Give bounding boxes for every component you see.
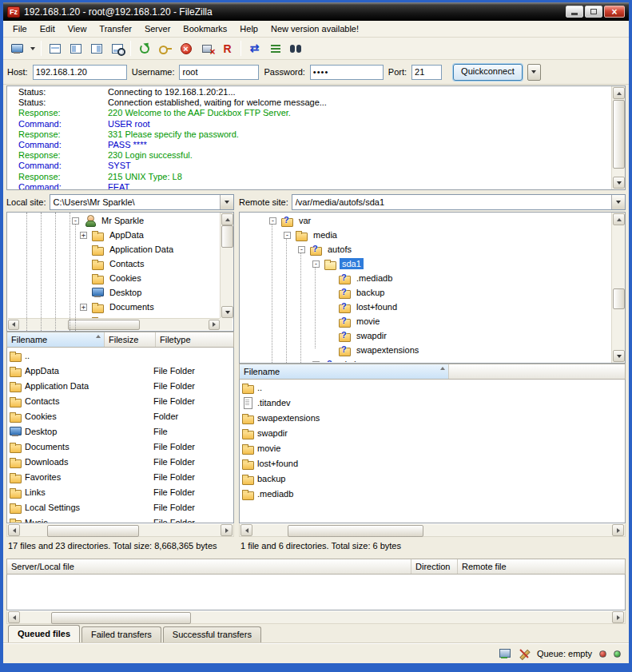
file-row[interactable]: Application Data File Folder bbox=[7, 378, 233, 393]
file-row[interactable]: Local Settings File Folder bbox=[7, 499, 233, 515]
column-header-remote-file[interactable]: Remote file bbox=[458, 559, 625, 574]
scroll-left-button[interactable] bbox=[8, 320, 19, 330]
column-header-filename[interactable]: Filename bbox=[7, 332, 105, 347]
tree-expander-icon[interactable]: - bbox=[298, 246, 305, 253]
scrollbar-thumb[interactable] bbox=[288, 525, 423, 537]
scroll-right-button[interactable] bbox=[209, 320, 220, 330]
minimize-button[interactable] bbox=[566, 6, 583, 18]
scrollbar-thumb[interactable] bbox=[613, 100, 625, 169]
site-manager-dropdown[interactable] bbox=[27, 39, 38, 58]
menu-item[interactable]: Server bbox=[138, 22, 177, 36]
tab-queued-files[interactable]: Queued files bbox=[8, 625, 80, 642]
scroll-up-button[interactable] bbox=[221, 213, 233, 225]
file-row[interactable]: lost+found bbox=[240, 455, 625, 471]
scroll-right-button[interactable] bbox=[221, 524, 233, 536]
local-site-combo[interactable]: C:\Users\Mr Sparkle\ bbox=[50, 194, 234, 210]
remote-list-hscrollbar[interactable] bbox=[239, 523, 626, 537]
file-row[interactable]: Cookies Folder bbox=[7, 408, 233, 423]
scroll-down-button[interactable] bbox=[613, 350, 625, 362]
tree-item[interactable]: + dvd bbox=[240, 357, 610, 362]
file-row[interactable]: Contacts File Folder bbox=[7, 393, 233, 408]
filter-button[interactable] bbox=[155, 39, 175, 58]
toggle-local-tree-button[interactable] bbox=[66, 39, 85, 58]
remote-site-combo[interactable]: /var/media/autofs/sda1 bbox=[292, 194, 626, 210]
scrollbar-thumb[interactable] bbox=[613, 288, 625, 309]
password-input[interactable] bbox=[310, 65, 384, 80]
synchronized-browsing-button[interactable] bbox=[265, 39, 285, 58]
column-header-filesize[interactable]: Filesize bbox=[105, 332, 156, 347]
scrollbar-thumb[interactable] bbox=[221, 225, 233, 248]
tree-expander-icon[interactable]: + bbox=[80, 318, 87, 319]
scroll-down-button[interactable] bbox=[613, 177, 625, 189]
tree-expander-icon[interactable]: + bbox=[80, 232, 87, 239]
remote-site-dropdown[interactable] bbox=[611, 195, 625, 209]
tree-item[interactable]: Application Data bbox=[8, 242, 219, 256]
host-input[interactable] bbox=[33, 65, 127, 80]
tree-item[interactable]: Cookies bbox=[8, 271, 219, 285]
menu-item[interactable]: File bbox=[6, 22, 34, 36]
tree-item[interactable]: - media bbox=[240, 228, 610, 242]
quickconnect-dropdown[interactable] bbox=[527, 64, 541, 81]
file-row[interactable]: .. bbox=[240, 380, 625, 395]
maximize-button[interactable] bbox=[585, 6, 602, 18]
column-header-filename[interactable]: Filename bbox=[240, 364, 449, 379]
toggle-queue-button[interactable] bbox=[107, 39, 127, 58]
scroll-down-button[interactable] bbox=[221, 306, 233, 318]
site-manager-button[interactable] bbox=[6, 39, 26, 58]
cancel-operation-button[interactable] bbox=[176, 39, 196, 58]
tree-item[interactable]: lost+found bbox=[240, 300, 610, 314]
file-row[interactable]: .mediadb bbox=[240, 486, 625, 501]
toggle-remote-tree-button[interactable] bbox=[86, 39, 106, 58]
local-list-hscrollbar[interactable] bbox=[6, 523, 234, 537]
local-tree-hscrollbar[interactable] bbox=[8, 318, 220, 330]
find-files-button[interactable] bbox=[286, 39, 306, 58]
tree-expander-icon[interactable]: - bbox=[269, 217, 276, 225]
menu-item[interactable]: Help bbox=[233, 22, 264, 36]
file-row[interactable]: backup bbox=[240, 471, 625, 486]
menu-item[interactable]: Edit bbox=[34, 22, 62, 36]
reconnect-button[interactable] bbox=[217, 39, 237, 58]
local-site-dropdown[interactable] bbox=[220, 195, 233, 209]
tree-expander-icon[interactable]: + bbox=[80, 304, 87, 311]
remote-tree-vscrollbar[interactable] bbox=[611, 213, 625, 363]
disconnect-button[interactable] bbox=[197, 39, 217, 58]
scroll-up-button[interactable] bbox=[613, 213, 625, 225]
scrollbar-thumb[interactable] bbox=[47, 525, 139, 537]
file-row[interactable]: .. bbox=[7, 348, 233, 363]
tree-item[interactable]: swapdir bbox=[240, 328, 610, 343]
directory-comparison-button[interactable] bbox=[244, 39, 264, 58]
local-tree-vscrollbar[interactable] bbox=[220, 213, 233, 319]
tab-failed-transfers[interactable]: Failed transfers bbox=[81, 626, 161, 642]
file-row[interactable]: Music File Folder bbox=[7, 515, 233, 523]
tree-expander-icon[interactable]: - bbox=[284, 232, 291, 239]
file-row[interactable]: Links File Folder bbox=[7, 484, 233, 499]
file-row[interactable]: .titandev bbox=[240, 395, 625, 410]
tree-item[interactable]: Contacts bbox=[8, 256, 219, 271]
menu-item[interactable]: View bbox=[62, 22, 93, 36]
tree-expander-icon[interactable]: - bbox=[312, 260, 320, 268]
file-row[interactable]: movie bbox=[240, 440, 625, 455]
file-row[interactable]: Downloads File Folder bbox=[7, 454, 233, 469]
tree-item[interactable]: + AppData bbox=[8, 228, 219, 242]
file-row[interactable]: Documents File Folder bbox=[7, 439, 233, 454]
menu-item[interactable]: New version available! bbox=[264, 22, 365, 36]
scroll-right-button[interactable] bbox=[612, 611, 624, 623]
scroll-up-button[interactable] bbox=[613, 87, 625, 99]
tree-item[interactable]: Desktop bbox=[8, 285, 219, 300]
scroll-left-button[interactable] bbox=[8, 524, 20, 536]
tree-item[interactable]: - Mr Sparkle bbox=[8, 213, 219, 228]
column-header-direction[interactable]: Direction bbox=[411, 559, 458, 574]
scroll-left-button[interactable] bbox=[8, 611, 20, 623]
log-scrollbar[interactable] bbox=[611, 86, 625, 189]
tree-expander-icon[interactable]: - bbox=[72, 217, 79, 225]
scroll-left-button[interactable] bbox=[240, 524, 252, 536]
file-row[interactable]: Favorites File Folder bbox=[7, 469, 233, 484]
refresh-button[interactable] bbox=[134, 39, 154, 58]
menu-item[interactable]: Bookmarks bbox=[177, 22, 233, 36]
tree-item[interactable]: backup bbox=[240, 285, 610, 300]
file-row[interactable]: swapdir bbox=[240, 425, 625, 440]
username-input[interactable] bbox=[179, 65, 259, 80]
quickconnect-button[interactable]: Quickconnect bbox=[453, 64, 523, 81]
tree-expander-icon[interactable]: + bbox=[312, 361, 320, 363]
menu-item[interactable]: Transfer bbox=[93, 22, 138, 36]
